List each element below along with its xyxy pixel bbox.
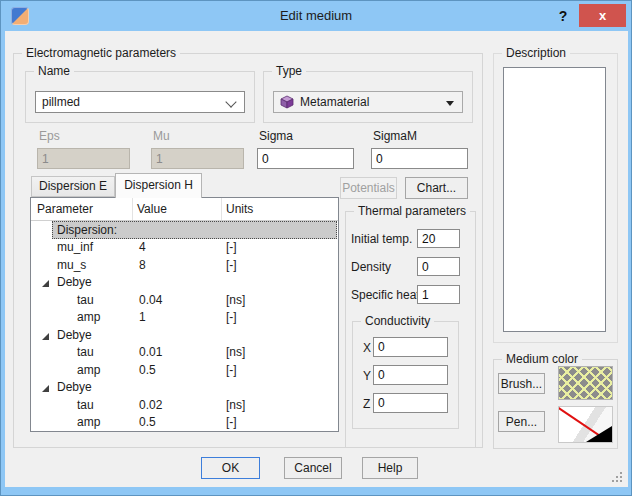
help-button[interactable]: Help bbox=[362, 457, 418, 479]
table-row[interactable]: amp 0.5 [-] bbox=[31, 361, 338, 379]
conductivity-z-label: Z bbox=[363, 397, 370, 411]
type-combobox[interactable]: Metamaterial bbox=[273, 91, 463, 113]
units-cell: [-] bbox=[222, 415, 338, 429]
value-cell: 0.01 bbox=[133, 345, 222, 359]
table-row[interactable]: Debye bbox=[31, 274, 338, 292]
initial-temp-label: Initial temp. bbox=[351, 232, 412, 246]
table-row[interactable]: tau 0.04 [ns] bbox=[31, 291, 338, 309]
help-titlebar-button[interactable]: ? bbox=[551, 5, 575, 27]
mu-label: Mu bbox=[153, 129, 170, 143]
expand-arrow-icon[interactable] bbox=[42, 280, 49, 287]
conductivity-y-label: Y bbox=[363, 369, 371, 383]
table-row[interactable]: Debye bbox=[31, 326, 338, 344]
dropdown-arrow-icon bbox=[446, 101, 454, 106]
table-row[interactable]: mu_inf 4 [-] bbox=[31, 239, 338, 257]
param-cell: Debye bbox=[31, 380, 133, 394]
table-row[interactable]: mu_s 8 [-] bbox=[31, 256, 338, 274]
eps-label: Eps bbox=[39, 129, 60, 143]
column-header-units[interactable]: Units bbox=[222, 198, 338, 220]
titlebar: Edit medium ? x bbox=[1, 1, 631, 31]
value-cell: 4 bbox=[133, 240, 222, 254]
pen-black-triangle bbox=[586, 426, 612, 442]
units-cell: [-] bbox=[222, 240, 338, 254]
mu-input bbox=[151, 148, 244, 169]
units-cell: [ns] bbox=[222, 345, 338, 359]
specific-heat-label: Specific heat bbox=[351, 288, 420, 302]
close-button[interactable]: x bbox=[579, 4, 626, 27]
param-cell: tau bbox=[31, 293, 133, 307]
value-cell: 0.04 bbox=[133, 293, 222, 307]
column-header-parameter[interactable]: Parameter bbox=[31, 198, 133, 220]
ok-button[interactable]: OK bbox=[201, 457, 260, 479]
edit-medium-dialog: Edit medium ? x Electromagnetic paramete… bbox=[0, 0, 632, 496]
name-combobox-value: pillmed bbox=[42, 95, 80, 109]
thermal-title: Thermal parameters bbox=[354, 204, 470, 218]
units-cell: [ns] bbox=[222, 398, 338, 412]
density-input[interactable] bbox=[417, 257, 460, 276]
value-cell: 0.5 bbox=[133, 363, 222, 377]
initial-temp-input[interactable] bbox=[417, 229, 460, 248]
group-title: Electromagnetic parameters bbox=[22, 46, 180, 60]
name-label: Name bbox=[34, 64, 74, 78]
value-cell: 0.02 bbox=[133, 398, 222, 412]
units-cell: [-] bbox=[222, 310, 338, 324]
sigma-label: Sigma bbox=[259, 129, 293, 143]
param-cell: amp bbox=[31, 415, 133, 429]
pen-button[interactable]: Pen... bbox=[498, 411, 545, 432]
param-cell: tau bbox=[31, 398, 133, 412]
close-icon: x bbox=[599, 8, 606, 23]
conductivity-y-input[interactable] bbox=[373, 365, 448, 385]
chart-button[interactable]: Chart... bbox=[405, 177, 468, 199]
conductivity-x-label: X bbox=[363, 341, 371, 355]
param-cell: Dispersion: bbox=[31, 223, 133, 237]
value-cell: 0.5 bbox=[133, 415, 222, 429]
sigmam-input[interactable] bbox=[371, 148, 468, 169]
cancel-button[interactable]: Cancel bbox=[284, 457, 342, 479]
dispersion-table[interactable]: Parameter Value Units Dispersion: mu_inf… bbox=[30, 197, 339, 432]
param-cell: amp bbox=[31, 310, 133, 324]
param-cell: Debye bbox=[31, 275, 133, 289]
tab-dispersion-h[interactable]: Dispersion H bbox=[115, 173, 202, 198]
pen-pattern-swatch bbox=[558, 406, 613, 443]
value-cell: 1 bbox=[133, 310, 222, 324]
param-cell: tau bbox=[31, 345, 133, 359]
description-textarea[interactable] bbox=[503, 67, 606, 332]
chevron-down-icon bbox=[225, 96, 236, 107]
density-label: Density bbox=[351, 260, 391, 274]
type-label: Type bbox=[272, 64, 306, 78]
sigma-input[interactable] bbox=[257, 148, 354, 169]
table-row[interactable]: tau 0.01 [ns] bbox=[31, 344, 338, 362]
name-combobox[interactable]: pillmed bbox=[35, 91, 245, 113]
table-row[interactable]: Dispersion: bbox=[31, 221, 338, 239]
grip-dots-icon bbox=[612, 472, 614, 474]
table-row[interactable]: tau 0.02 [ns] bbox=[31, 396, 338, 414]
potentials-button: Potentials bbox=[340, 177, 397, 199]
value-cell: 8 bbox=[133, 258, 222, 272]
metamaterial-cube-icon bbox=[280, 95, 294, 109]
param-cell: Debye bbox=[31, 328, 133, 342]
window-title: Edit medium bbox=[1, 8, 631, 23]
expand-arrow-icon[interactable] bbox=[42, 385, 49, 392]
units-cell: [ns] bbox=[222, 293, 338, 307]
brush-button[interactable]: Brush... bbox=[498, 373, 545, 394]
description-title: Description bbox=[502, 46, 570, 60]
column-header-value[interactable]: Value bbox=[133, 198, 222, 220]
units-cell: [-] bbox=[222, 363, 338, 377]
param-cell: amp bbox=[31, 363, 133, 377]
specific-heat-input[interactable] bbox=[417, 285, 460, 304]
type-combobox-value: Metamaterial bbox=[300, 95, 369, 109]
param-cell: mu_inf bbox=[31, 240, 133, 254]
expand-arrow-icon[interactable] bbox=[42, 333, 49, 340]
tab-dispersion-e[interactable]: Dispersion E bbox=[31, 176, 115, 197]
medium-color-title: Medium color bbox=[502, 352, 582, 366]
resize-grip[interactable] bbox=[612, 472, 623, 483]
table-row[interactable]: amp 1 [-] bbox=[31, 309, 338, 327]
sigmam-label: SigmaM bbox=[373, 129, 417, 143]
conductivity-x-input[interactable] bbox=[373, 337, 448, 357]
table-row[interactable]: Debye bbox=[31, 379, 338, 397]
table-row[interactable]: amp 0.5 [-] bbox=[31, 414, 338, 432]
param-cell: mu_s bbox=[31, 258, 133, 272]
eps-input bbox=[37, 148, 130, 169]
conductivity-title: Conductivity bbox=[361, 314, 434, 328]
conductivity-z-input[interactable] bbox=[373, 393, 448, 413]
